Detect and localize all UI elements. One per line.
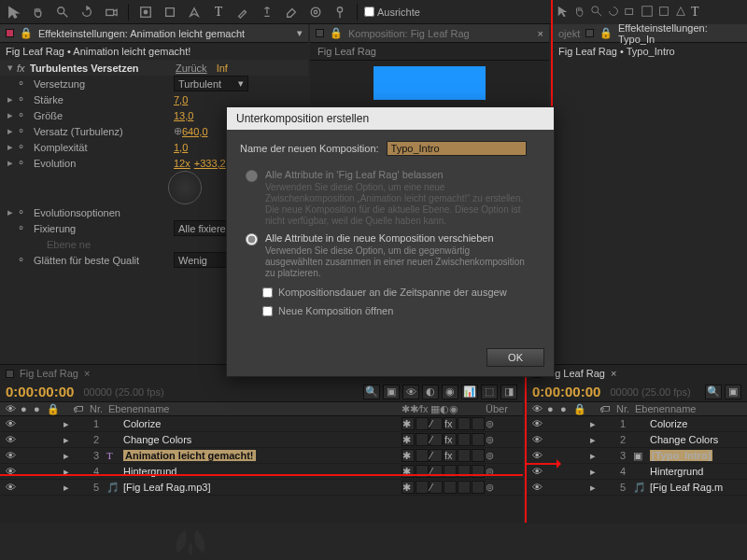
timeline-panel-left: Fig Leaf Rag × 0:00:00:00 00000 (25.00 f… [0,364,523,523]
visibility-toggle[interactable]: 👁 [527,482,547,493]
annotation-arrow [525,463,560,465]
comp-button-icon[interactable]: ▣ [383,385,400,399]
graph-icon[interactable]: 📊 [461,385,478,399]
svg-rect-9 [642,7,653,17]
brush-tool-icon[interactable] [233,2,253,22]
close-icon[interactable]: × [611,368,616,379]
effects-tab-right[interactable]: Effekteinstellungen: Typo_In [618,22,741,45]
svg-rect-1 [106,9,114,15]
effect-property-row[interactable]: ▸⚬Stärke7,0 [0,91,308,107]
radio-move[interactable] [246,233,258,245]
frame-blend-icon[interactable]: ◐ [422,385,439,399]
pin-tool-icon[interactable] [330,2,350,22]
app-toolbar-right: T [551,0,747,24]
visibility-toggle[interactable]: 👁 [527,434,547,445]
fps-label: 00000 (25.00 fps) [610,386,690,398]
hand-tool-icon[interactable] [28,2,49,22]
visibility-toggle[interactable]: 👁 [527,466,547,477]
effect-header-row[interactable]: ▾ fx Turbulentes Versetzen Zurück Inf [0,60,308,76]
visibility-toggle[interactable]: 👁 [0,418,21,429]
zoom-tool-icon[interactable] [52,2,73,22]
fps-label: 00000 (25.00 fps) [83,386,163,398]
option-move-attributes[interactable]: Alle Attribute in die neue Komposition v… [246,232,541,279]
visibility-toggle[interactable]: 👁 [527,418,547,429]
shape-tool-icon[interactable] [160,2,180,22]
visibility-toggle[interactable]: 👁 [0,482,21,493]
timeline-tab[interactable]: Fig Leaf Rag [546,368,605,379]
layer-row[interactable]: 👁▸4Hintergrund✱∕⊚ [0,464,523,480]
lock-icon[interactable]: 🔒 [330,27,343,39]
svg-rect-8 [626,8,633,14]
current-time[interactable]: 0:00:00:00 [532,384,600,399]
layer-row[interactable]: 👁▸1Colorize [527,416,747,432]
camera-tool-icon[interactable] [101,2,121,22]
timeline-tab[interactable]: Fig Leaf Rag [20,368,78,379]
panel-color-icon [585,29,594,37]
lock-column-icon[interactable]: 🔒 [47,403,63,415]
shape-tool-icon[interactable] [657,5,670,20]
eye-column-icon[interactable]: 👁 [0,403,21,414]
effects-panel-right: ojekt 🔒 Effekteinstellungen: Typo_In Fig… [551,24,747,342]
comp-breadcrumb[interactable]: Fig Leaf Rag [310,43,549,61]
pen-tool-icon[interactable] [184,2,204,22]
anchor-tool-icon[interactable] [641,5,654,20]
property-select[interactable]: Turbulent▾ [174,76,248,91]
project-tab[interactable]: ojekt [558,28,580,39]
eraser-tool-icon[interactable] [281,2,302,22]
zoom-tool-icon[interactable] [590,5,603,20]
rotate-tool-icon[interactable] [77,2,97,22]
pen-tool-icon[interactable] [674,5,687,20]
layer-row[interactable]: 👁▸2Change Colors [527,432,747,448]
comp-preview[interactable] [374,66,486,100]
draft-icon[interactable]: ⬚ [481,385,498,399]
3d-icon[interactable]: ◨ [500,385,517,399]
rotate-tool-icon[interactable] [607,5,620,20]
precompose-dialog: Unterkomposition erstellen Name der neue… [226,106,555,377]
svg-point-0 [58,7,64,13]
effects-tab[interactable]: Effekteinstellungen: Animation leicht ge… [38,28,245,39]
type-tool-icon[interactable]: T [691,5,699,20]
visibility-toggle[interactable]: 👁 [0,450,21,461]
comp-tab[interactable]: Komposition: Fig Leaf Rag [348,28,470,39]
comp-name-label: Name der neuen Komposition: [240,143,379,154]
layer-row[interactable]: 👁▸5🎵[Fig Leaf Rag.mp3]✱∕⊚ [0,480,523,496]
comp-name-input[interactable] [387,141,527,156]
visibility-toggle[interactable]: 👁 [0,434,21,445]
hand-tool-icon[interactable] [573,5,586,20]
anchor-tool-icon[interactable] [135,2,156,22]
selection-tool-icon[interactable] [4,2,24,22]
radio-leave [246,170,258,182]
ok-button[interactable]: OK [486,348,544,367]
effects-breadcrumb: Fig Leaf Rag • Animation leicht gemacht! [0,43,308,60]
close-icon[interactable]: × [84,368,90,379]
search-icon[interactable]: 🔍 [363,385,380,399]
svg-rect-10 [660,7,669,16]
layer-row[interactable]: 👁▸2Change Colors✱∕fx⊚ [0,432,523,448]
layer-row[interactable]: 👁▸5🎵[Fig Leaf Rag.m [527,480,747,496]
evolution-dial[interactable] [168,171,202,204]
right-panel-header: ojekt 🔒 Effekteinstellungen: Typo_In [553,24,747,43]
lock-icon[interactable]: 🔒 [599,27,613,39]
comp-button-icon[interactable]: ▣ [725,385,741,399]
open-new-comp-checkbox[interactable]: Neue Komposition öffnen [262,305,541,316]
shy-icon[interactable]: 👁 [402,385,419,399]
selection-tool-icon[interactable] [557,5,570,20]
layer-row[interactable]: 👁▸3TAnimation leicht gemacht!✱∕fx⊚ [0,448,523,464]
adjust-duration-checkbox[interactable]: Kompositionsdauer an die Zeitspanne der … [262,287,541,298]
current-time[interactable]: 0:00:00:00 [6,384,74,399]
roto-tool-icon[interactable] [305,2,326,22]
camera-tool-icon[interactable] [624,5,637,20]
lock-icon[interactable]: 🔒 [20,27,33,39]
svg-point-7 [592,7,599,13]
layer-row[interactable]: 👁▸1Colorize✱∕fx⊚ [0,416,523,432]
type-tool-icon[interactable]: T [208,2,229,22]
reset-link[interactable]: Zurück [176,63,207,74]
search-icon[interactable]: 🔍 [705,385,722,399]
motion-blur-icon[interactable]: ◉ [442,385,458,399]
ausrichten-toggle[interactable]: Ausrichte [364,7,420,18]
clone-tool-icon[interactable] [257,2,277,22]
close-icon[interactable]: × [538,28,543,39]
panel-menu-icon[interactable]: ▾ [297,27,303,39]
visibility-toggle[interactable]: 👁 [527,450,547,461]
effect-property-row[interactable]: ⚬VersetzungTurbulent▾ [0,76,308,91]
